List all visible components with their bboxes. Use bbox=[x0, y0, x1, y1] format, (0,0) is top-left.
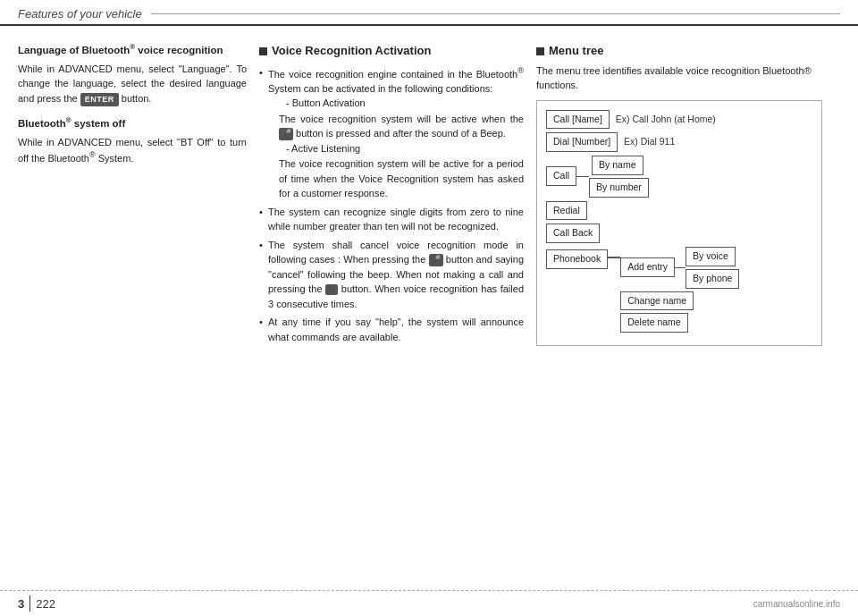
square-bullet-icon-2 bbox=[536, 47, 544, 55]
h-line-phonebook bbox=[608, 257, 620, 258]
right-description: The menu tree identifies available voice… bbox=[536, 63, 822, 93]
chapter-number: 3 bbox=[18, 597, 24, 611]
mid-heading: Voice Recognition Activation bbox=[259, 42, 524, 60]
bullet-1: The voice recognition engine contained i… bbox=[259, 65, 524, 201]
right-column: Menu tree The menu tree identifies avail… bbox=[536, 42, 822, 561]
tree-box-call-back: Call Back bbox=[546, 224, 600, 243]
tree-box-by-number: By number bbox=[589, 178, 649, 198]
active-listening-detail: The voice recognition system will be act… bbox=[268, 156, 524, 201]
tree-text-call-name: Ex) Call John (at Home) bbox=[613, 113, 716, 127]
branch-by-name: By name bbox=[589, 156, 649, 175]
tree-box-call-name: Call [Name] bbox=[546, 110, 610, 130]
left-column: Language of Bluetooth® voice recognition… bbox=[18, 42, 259, 561]
tree-box-dial-number: Dial [Number] bbox=[546, 132, 618, 152]
page: Features of your vehicle Language of Blu… bbox=[0, 0, 858, 616]
tree-row-dial-number: Dial [Number] Ex) Dial 911 bbox=[546, 132, 812, 152]
add-entry-group: Add entry By voice By phone bbox=[620, 247, 739, 289]
button-activation-detail: The voice recognition system will be act… bbox=[268, 112, 524, 141]
tree-box-phonebook: Phonebook bbox=[546, 249, 608, 269]
voice-icon-2 bbox=[429, 254, 443, 266]
section1-title: Language of Bluetooth® voice recognition bbox=[18, 42, 247, 59]
bullet-3: The system shall cancel voice recognitio… bbox=[259, 238, 524, 312]
tree-row-call: Call By name By number bbox=[546, 156, 812, 198]
h-line-add-entry bbox=[675, 267, 686, 269]
mid-column: Voice Recognition Activation The voice r… bbox=[259, 42, 536, 561]
page-num: 3 222 bbox=[18, 595, 55, 612]
voice-icon bbox=[279, 128, 293, 140]
page-number: 222 bbox=[36, 597, 55, 611]
call-branches: By name By number bbox=[589, 156, 649, 198]
mid-bullet-list: The voice recognition engine contained i… bbox=[259, 65, 524, 345]
tree-box-add-entry: Add entry bbox=[620, 257, 675, 277]
watermark: carmanualsonline.info bbox=[753, 599, 840, 609]
tree-row-redial: Redial bbox=[546, 201, 812, 221]
footer: 3 222 carmanualsonline.info bbox=[0, 590, 858, 616]
square-bullet-icon bbox=[259, 47, 267, 55]
right-heading: Menu tree bbox=[536, 42, 822, 60]
branch-by-phone: By phone bbox=[686, 269, 739, 289]
main-content: Language of Bluetooth® voice recognition… bbox=[0, 26, 858, 570]
change-name-row: Change name bbox=[620, 291, 739, 311]
tree-box-change-name: Change name bbox=[620, 291, 694, 311]
dash-active-listening: - Active Listening bbox=[268, 141, 524, 156]
tree-box-redial: Redial bbox=[546, 201, 587, 221]
phone-icon bbox=[325, 284, 338, 295]
mid-heading-text: Voice Recognition Activation bbox=[272, 42, 431, 60]
tree-text-dial-number: Ex) Dial 911 bbox=[621, 135, 675, 149]
enter-button-label: ENTER bbox=[80, 93, 119, 107]
bullet-2: The system can recognize single digits f… bbox=[259, 205, 524, 234]
add-entry-sub: By voice By phone bbox=[686, 247, 739, 289]
tree-row-call-back: Call Back bbox=[546, 224, 812, 243]
header: Features of your vehicle bbox=[0, 0, 858, 26]
menu-tree: Call [Name] Ex) Call John (at Home) Dial… bbox=[536, 100, 822, 347]
section2-body: While in ADVANCED menu, select "BT Off" … bbox=[18, 135, 247, 166]
header-title: Features of your vehicle bbox=[18, 7, 142, 21]
right-heading-text: Menu tree bbox=[549, 42, 603, 60]
tree-box-delete-name: Delete name bbox=[620, 313, 688, 333]
tree-row-call-name: Call [Name] Ex) Call John (at Home) bbox=[546, 110, 812, 130]
phonebook-sub: Add entry By voice By phone bbox=[620, 247, 739, 333]
dash-button-activation: - Button Activation bbox=[268, 96, 524, 111]
tree-box-by-phone: By phone bbox=[686, 269, 739, 289]
section1-body: While in ADVANCED menu, select "Language… bbox=[18, 62, 247, 107]
page-divider bbox=[29, 595, 30, 612]
tree-box-by-voice: By voice bbox=[686, 247, 736, 266]
tree-box-by-name: By name bbox=[592, 156, 643, 175]
branch-by-voice: By voice bbox=[686, 247, 739, 266]
h-line-call bbox=[576, 176, 589, 178]
header-line bbox=[151, 13, 840, 14]
tree-row-phonebook: Phonebook Add entry By voice bbox=[546, 247, 812, 333]
branch-by-number: By number bbox=[589, 178, 649, 198]
section2-title: Bluetooth® system off bbox=[18, 115, 247, 132]
bullet-4: At any time if you say "help", the syste… bbox=[259, 315, 524, 344]
delete-name-row: Delete name bbox=[620, 313, 739, 333]
tree-box-call: Call bbox=[546, 166, 576, 186]
